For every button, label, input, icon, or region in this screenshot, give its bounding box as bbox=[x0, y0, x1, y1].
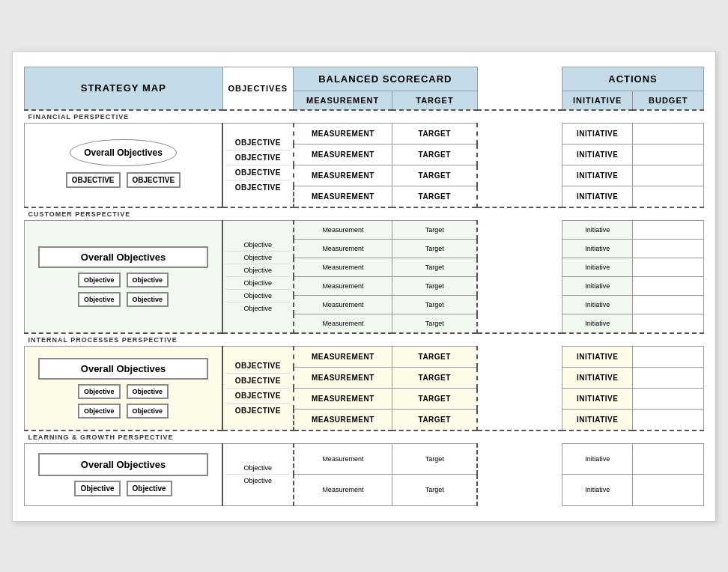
c-target-2: Target bbox=[392, 239, 477, 258]
i-budget-1 bbox=[633, 346, 704, 367]
spacer bbox=[477, 67, 562, 91]
c-obj-col-4: Objective bbox=[225, 277, 290, 290]
i-budget-2 bbox=[633, 367, 704, 388]
c-target-1: Target bbox=[392, 220, 477, 239]
lg-init-2: Initiative bbox=[562, 475, 633, 506]
f-obj-2: OBJECTIVE bbox=[225, 150, 290, 165]
customer-content-row: Overall Objectives Objective Objective O… bbox=[25, 220, 704, 239]
c-gap-4 bbox=[477, 276, 562, 295]
c-budget-6 bbox=[633, 314, 704, 333]
learning-strategy-inner: Overall Objectives Objective Objective bbox=[28, 453, 218, 498]
i-target-1: TARGET bbox=[392, 346, 477, 367]
scorecard-table: STRATEGY MAP OBJECTIVES BALANCED SCORECA… bbox=[24, 67, 704, 506]
c-budget-1 bbox=[633, 220, 704, 239]
i-target-2: TARGET bbox=[392, 367, 477, 388]
lg-obj-2: Objective bbox=[127, 481, 172, 496]
financial-oval: Overall Objectives bbox=[70, 139, 177, 166]
c-obj-col-2: Objective bbox=[225, 252, 290, 264]
lg-obj-col-2: Objective bbox=[225, 475, 290, 487]
lg-init-1: Initiative bbox=[562, 443, 633, 475]
f-init-3: INITIATIVE bbox=[562, 165, 633, 186]
f-budget-3 bbox=[633, 165, 704, 186]
i-meas-2: MEASUREMENT bbox=[294, 367, 392, 388]
lg-obj-col-1: Objective bbox=[225, 462, 290, 475]
financial-strategy-cell: Overall Objectives OBJECTIVE OBJECTIVE bbox=[25, 123, 223, 207]
c-meas-4: Measurement bbox=[294, 276, 392, 295]
f-obj-3: OBJECTIVE bbox=[225, 165, 290, 180]
lg-meas-1: Measurement bbox=[294, 443, 392, 475]
customer-strategy-cell: Overall Objectives Objective Objective O… bbox=[25, 220, 223, 333]
customer-obj-row2: Objective Objective bbox=[28, 290, 218, 308]
i-target-4: TARGET bbox=[392, 409, 477, 430]
financial-content-row: Overall Objectives OBJECTIVE OBJECTIVE O… bbox=[25, 123, 704, 144]
customer-objectives-col: Objective Objective Objective Objective … bbox=[222, 220, 293, 333]
lg-budget-2 bbox=[633, 475, 704, 506]
c-gap-5 bbox=[477, 295, 562, 314]
customer-obj-row1: Objective Objective bbox=[28, 271, 218, 289]
i-target-3: TARGET bbox=[392, 388, 477, 409]
f-budget-2 bbox=[633, 144, 704, 165]
i-gap-3 bbox=[477, 388, 562, 409]
learning-content-row: Overall Objectives Objective Objective O… bbox=[25, 443, 704, 475]
c-target-4: Target bbox=[392, 276, 477, 295]
financial-obj-row: OBJECTIVE OBJECTIVE bbox=[28, 171, 218, 189]
i-gap-1 bbox=[477, 346, 562, 367]
i-meas-3: MEASUREMENT bbox=[294, 388, 392, 409]
f-gap-1 bbox=[477, 123, 562, 144]
internal-obj-row2: Objective Objective bbox=[28, 402, 218, 420]
learning-objectives-col: Objective Objective bbox=[222, 443, 293, 505]
financial-perspective-row: FINANCIAL PERSPECTIVE bbox=[25, 110, 704, 124]
c-obj-2: Objective bbox=[127, 273, 169, 287]
c-init-4: Initiative bbox=[562, 276, 633, 295]
internal-perspective-label: INTERNAL PROCESSES PERSPECTIVE bbox=[25, 333, 704, 347]
c-gap-2 bbox=[477, 239, 562, 258]
i-obj-4: Objective bbox=[127, 404, 169, 419]
c-gap-6 bbox=[477, 314, 562, 333]
c-budget-5 bbox=[633, 295, 704, 314]
i-obj-col-1: OBJECTIVE bbox=[225, 359, 290, 374]
c-init-2: Initiative bbox=[562, 239, 633, 258]
spacer2 bbox=[477, 91, 562, 110]
c-init-5: Initiative bbox=[562, 295, 633, 314]
header-bsc: BALANCED SCORECARD bbox=[294, 67, 478, 91]
lg-meas-2: Measurement bbox=[294, 475, 392, 506]
i-init-3: INITIATIVE bbox=[562, 388, 633, 409]
header-strategy-map: STRATEGY MAP bbox=[25, 67, 223, 110]
c-meas-3: Measurement bbox=[294, 258, 392, 276]
f-init-2: INITIATIVE bbox=[562, 144, 633, 165]
f-meas-1: MEASUREMENT bbox=[294, 123, 392, 144]
i-obj-col-4: OBJECTIVE bbox=[225, 404, 290, 418]
lg-target-1: Target bbox=[392, 443, 477, 475]
customer-strategy-inner: Overall Objectives Objective Objective O… bbox=[28, 246, 218, 308]
learning-overall: Overall Objectives bbox=[38, 453, 209, 476]
subheader-measurement: MEASUREMENT bbox=[294, 91, 392, 110]
i-budget-4 bbox=[633, 409, 704, 430]
f-target-4: TARGET bbox=[392, 186, 477, 207]
f-budget-4 bbox=[633, 186, 704, 207]
financial-objectives-col: OBJECTIVE OBJECTIVE OBJECTIVE OBJECTIVE bbox=[222, 123, 293, 207]
lg-obj-1: Objective bbox=[74, 481, 120, 496]
customer-perspective-label: CUSTOMER PERSPECTIVE bbox=[25, 207, 704, 221]
i-obj-1: Objective bbox=[78, 384, 121, 399]
learning-perspective-label: LEARNING & GROWTH PERSPECTIVE bbox=[25, 430, 704, 444]
c-meas-2: Measurement bbox=[294, 239, 392, 258]
c-gap-3 bbox=[477, 258, 562, 276]
c-budget-3 bbox=[633, 258, 704, 276]
c-init-3: Initiative bbox=[562, 258, 633, 276]
header-objectives: OBJECTIVES bbox=[222, 67, 293, 110]
f-meas-4: MEASUREMENT bbox=[294, 186, 392, 207]
c-obj-1: Objective bbox=[78, 273, 121, 287]
learning-obj-row: Objective Objective bbox=[28, 479, 218, 498]
f-budget-1 bbox=[633, 123, 704, 144]
i-meas-1: MEASUREMENT bbox=[294, 346, 392, 367]
i-init-1: INITIATIVE bbox=[562, 346, 633, 367]
f-gap-4 bbox=[477, 186, 562, 207]
i-meas-4: MEASUREMENT bbox=[294, 409, 392, 430]
f-meas-3: MEASUREMENT bbox=[294, 165, 392, 186]
page-container: STRATEGY MAP OBJECTIVES BALANCED SCORECA… bbox=[12, 51, 716, 522]
i-init-2: INITIATIVE bbox=[562, 367, 633, 388]
f-init-1: INITIATIVE bbox=[562, 123, 633, 144]
internal-content-row: Overall Objectives Objective Objective O… bbox=[25, 346, 704, 367]
customer-overall: Overall Objectives bbox=[38, 246, 209, 268]
c-meas-5: Measurement bbox=[294, 295, 392, 314]
